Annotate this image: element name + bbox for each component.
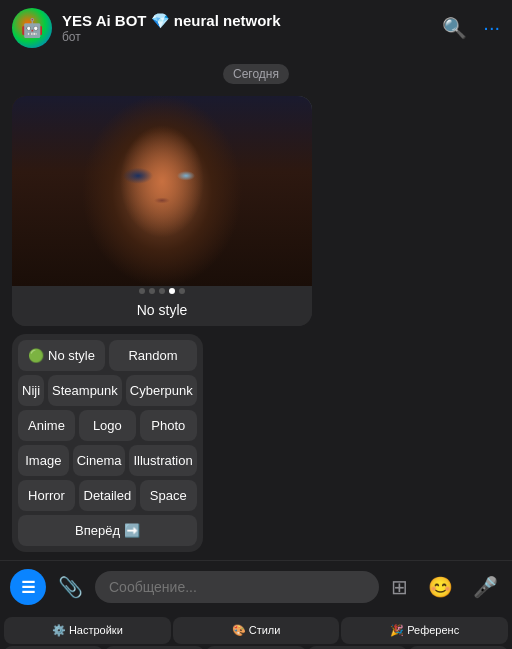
emoji-button[interactable]: 😊	[424, 571, 457, 603]
input-area: ☰ 📎 ⊞ 😊 🎤	[0, 560, 512, 613]
header: 🤖 YES Ai BOT 💎 neural network бот 🔍 ···	[0, 0, 512, 56]
dot-1	[139, 288, 145, 294]
reference-button[interactable]: 🎉 Референс	[341, 617, 508, 644]
style-illustration-button[interactable]: Illustration	[129, 445, 196, 476]
image-message: No style	[12, 96, 312, 326]
attach-button[interactable]: 📎	[54, 571, 87, 603]
header-icons: 🔍 ···	[442, 16, 500, 40]
input-icons: ⊞ 😊 🎤	[387, 571, 502, 603]
more-icon[interactable]: ···	[483, 16, 500, 40]
image-label: No style	[12, 296, 312, 326]
style-niji-button[interactable]: Niji	[18, 375, 44, 406]
toolbar-row-1: ⚙️ Настройки 🎨 Стили 🎉 Референс	[0, 617, 512, 644]
dot-4	[169, 288, 175, 294]
voice-button[interactable]: 🎤	[469, 571, 502, 603]
dot-3	[159, 288, 165, 294]
bubble-image	[12, 96, 312, 286]
header-title: YES Ai BOT 💎 neural network	[62, 12, 432, 30]
apps-button[interactable]: ⊞	[387, 571, 412, 603]
date-badge: Сегодня	[223, 64, 289, 84]
style-row-forward: Вперёд ➡️	[18, 515, 197, 546]
style-cinema-button[interactable]: Cinema	[73, 445, 126, 476]
style-steampunk-button[interactable]: Steampunk	[48, 375, 122, 406]
settings-button[interactable]: ⚙️ Настройки	[4, 617, 171, 644]
style-no-style-button[interactable]: 🟢 No style	[18, 340, 105, 371]
style-row-5: Horror Detailed Space	[18, 480, 197, 511]
style-logo-button[interactable]: Logo	[79, 410, 136, 441]
style-row-2: Niji Steampunk Cyberpunk	[18, 375, 197, 406]
style-row-1: 🟢 No style Random	[18, 340, 197, 371]
header-subtitle: бот	[62, 30, 432, 44]
avatar: 🤖	[12, 8, 52, 48]
style-horror-button[interactable]: Horror	[18, 480, 75, 511]
menu-button[interactable]: ☰	[10, 569, 46, 605]
styles-button[interactable]: 🎨 Стили	[173, 617, 340, 644]
style-row-4: Image Cinema Illustration	[18, 445, 197, 476]
header-info: YES Ai BOT 💎 neural network бот	[62, 12, 432, 44]
style-anime-button[interactable]: Anime	[18, 410, 75, 441]
style-cyberpunk-button[interactable]: Cyberpunk	[126, 375, 197, 406]
face-details	[12, 96, 312, 286]
search-icon[interactable]: 🔍	[442, 16, 467, 40]
style-space-button[interactable]: Space	[140, 480, 197, 511]
style-forward-button[interactable]: Вперёд ➡️	[18, 515, 197, 546]
style-dots	[12, 288, 312, 294]
style-grid: 🟢 No style Random Niji Steampunk Cyberpu…	[12, 334, 203, 552]
chat-area: Сегодня No style 🟢 No style Random Niji …	[0, 56, 512, 560]
dot-5	[179, 288, 185, 294]
style-image-button[interactable]: Image	[18, 445, 69, 476]
style-row-3: Anime Logo Photo	[18, 410, 197, 441]
menu-icon: ☰	[21, 578, 35, 597]
style-photo-button[interactable]: Photo	[140, 410, 197, 441]
message-input[interactable]	[95, 571, 379, 603]
style-random-button[interactable]: Random	[109, 340, 196, 371]
date-row: Сегодня	[12, 64, 500, 84]
bottom-toolbar: ⚙️ Настройки 🎨 Стили 🎉 Референс GPT ✅ Mi…	[0, 613, 512, 649]
dot-2	[149, 288, 155, 294]
style-detailed-button[interactable]: Detailed	[79, 480, 136, 511]
